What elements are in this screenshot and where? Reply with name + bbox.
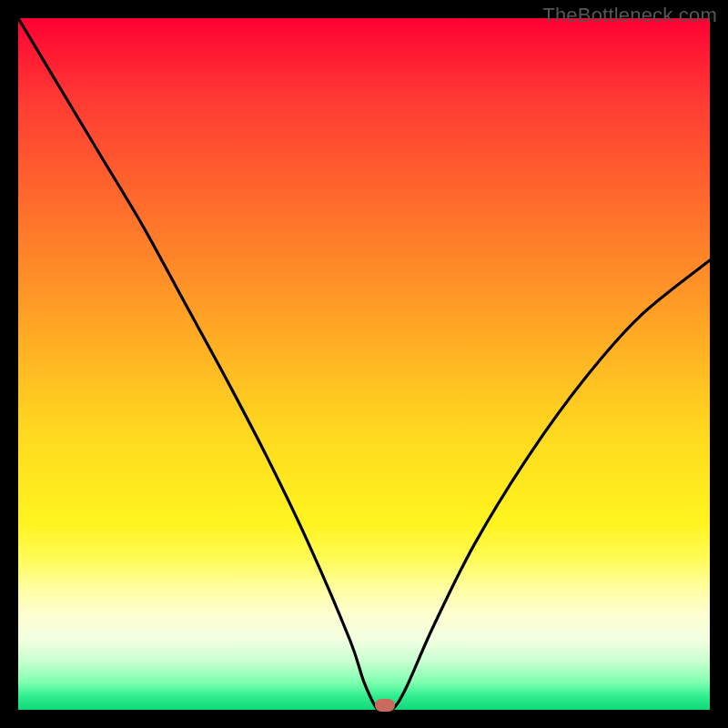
bottleneck-curve	[18, 18, 710, 710]
watermark-text: TheBottleneck.com	[542, 4, 717, 27]
optimal-point-marker	[375, 699, 395, 712]
plot-gradient-area	[18, 18, 710, 710]
